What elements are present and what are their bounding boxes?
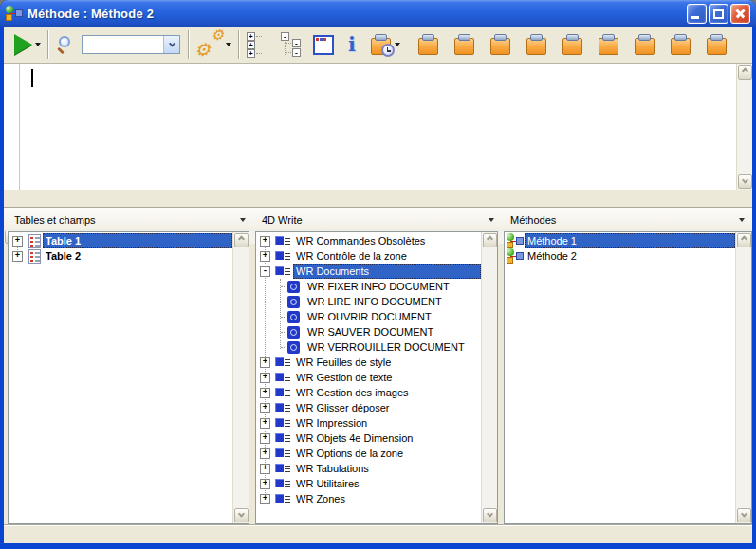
- toolbar-separator: [188, 30, 190, 59]
- expand-toggle[interactable]: +: [12, 251, 23, 262]
- table-row[interactable]: + Table 1: [9, 233, 232, 248]
- command-row[interactable]: WR FIXER INFO DOCUMENT: [256, 279, 481, 294]
- collapse-toggle[interactable]: -: [260, 266, 270, 277]
- code-editor[interactable]: [4, 64, 752, 190]
- macros-dropdown-caret[interactable]: [226, 43, 231, 46]
- scroll-down-button[interactable]: [234, 508, 249, 522]
- write-header-menu-caret[interactable]: [489, 218, 494, 222]
- theme-row[interactable]: + WR Gestion de texte: [256, 370, 481, 385]
- expand-toggle[interactable]: +: [260, 464, 270, 474]
- search-button[interactable]: [53, 29, 78, 60]
- method-label: Méthode 2: [527, 250, 577, 262]
- write-scrollbar[interactable]: [481, 232, 497, 523]
- scroll-down-button[interactable]: [483, 508, 497, 522]
- clipboard-icon: [417, 34, 439, 55]
- clipboard-9-button[interactable]: [703, 29, 730, 60]
- editor-vertical-scrollbar[interactable]: [736, 64, 752, 190]
- form-icon: [313, 35, 334, 55]
- method-window-icon[interactable]: [6, 6, 22, 21]
- theme-row[interactable]: + WR Utilitaires: [256, 476, 481, 491]
- theme-row[interactable]: + WR Glisser déposer: [256, 400, 481, 415]
- scroll-up-button[interactable]: [483, 233, 497, 247]
- expand-toggle[interactable]: +: [260, 448, 270, 459]
- search-combobox[interactable]: [82, 35, 180, 54]
- write-header-label: 4D Write: [262, 214, 303, 226]
- command-icon: [287, 341, 300, 354]
- theme-row[interactable]: + WR Impression: [256, 415, 481, 430]
- command-row[interactable]: WR OUVRIR DOCUMENT: [256, 309, 481, 324]
- expand-toggle[interactable]: +: [260, 373, 270, 383]
- write-panel-header: 4D Write: [255, 208, 502, 232]
- theme-row[interactable]: + WR Zones: [256, 491, 481, 506]
- command-label: WR SAUVER DOCUMENT: [307, 326, 433, 338]
- clipboard-2-button[interactable]: [451, 29, 478, 60]
- run-icon: [14, 34, 32, 55]
- method-icon: [507, 233, 523, 248]
- theme-row[interactable]: + WR Tabulations: [256, 461, 481, 476]
- theme-icon: [275, 417, 291, 429]
- tables-header-label: Tables et champs: [14, 214, 96, 226]
- expand-toggle[interactable]: +: [260, 236, 270, 247]
- expand-toggle[interactable]: +: [260, 433, 270, 444]
- clipboard-8-button[interactable]: [667, 29, 694, 60]
- methods-header-menu-caret[interactable]: [739, 218, 745, 222]
- theme-label: WR Gestion des images: [296, 387, 409, 398]
- clipboard-6-button[interactable]: [595, 29, 622, 60]
- command-label: WR LIRE INFO DOCUMENT: [307, 296, 442, 307]
- scroll-up-button[interactable]: [234, 233, 249, 247]
- expand-toggle[interactable]: +: [260, 251, 270, 262]
- paste-history-caret[interactable]: [395, 43, 400, 46]
- theme-label: WR Contrôle de la zone: [296, 250, 407, 262]
- method-row[interactable]: Méthode 2: [505, 248, 735, 264]
- theme-row[interactable]: - WR Documents: [256, 264, 481, 279]
- command-row[interactable]: WR LIRE INFO DOCUMENT: [256, 294, 481, 309]
- method-label: Méthode 1: [527, 235, 577, 247]
- close-button[interactable]: [730, 4, 750, 24]
- clipboard-4-button[interactable]: [523, 29, 550, 60]
- theme-row[interactable]: + WR Feuilles de style: [256, 355, 481, 370]
- tables-list: + Table 1 + Table 2: [9, 233, 232, 523]
- theme-row[interactable]: + WR Gestion des images: [256, 385, 481, 400]
- write-panel: + WR Commandes Obsolètes + WR Contrôle d…: [255, 231, 498, 524]
- expand-toggle[interactable]: +: [260, 357, 270, 368]
- expand-toggle[interactable]: +: [260, 479, 270, 489]
- theme-row[interactable]: + WR Commandes Obsolètes: [256, 233, 481, 248]
- tables-header-menu-caret[interactable]: [240, 218, 246, 222]
- expand-toggle[interactable]: +: [260, 494, 270, 504]
- clipboard-7-button[interactable]: [631, 29, 658, 60]
- scroll-up-button[interactable]: [738, 65, 752, 80]
- macros-button[interactable]: ⚙⚙: [194, 29, 234, 60]
- clipboard-3-button[interactable]: [487, 29, 514, 60]
- minimize-button[interactable]: [687, 4, 707, 24]
- theme-row[interactable]: + WR Options de la zone: [256, 446, 481, 461]
- collapse-all-button[interactable]: - - -: [278, 29, 306, 60]
- scroll-down-button[interactable]: [737, 508, 751, 522]
- maximize-button[interactable]: [709, 4, 728, 24]
- table-row[interactable]: + Table 2: [9, 248, 232, 264]
- new-form-button[interactable]: [310, 29, 337, 60]
- expand-toggle[interactable]: +: [260, 418, 270, 429]
- run-button[interactable]: [11, 29, 44, 60]
- command-row[interactable]: WR SAUVER DOCUMENT: [256, 324, 481, 339]
- scroll-down-button[interactable]: [738, 174, 752, 189]
- info-button[interactable]: i: [345, 29, 359, 60]
- window-title: Méthode : Méthode 2: [28, 7, 154, 21]
- theme-row[interactable]: + WR Objets 4e Dimension: [256, 430, 481, 446]
- search-input[interactable]: [83, 37, 161, 52]
- paste-history-button[interactable]: [367, 29, 403, 60]
- scroll-up-button[interactable]: [737, 233, 751, 247]
- methods-header-label: Méthodes: [510, 214, 556, 226]
- search-combo-dropdown[interactable]: [163, 36, 179, 53]
- theme-row[interactable]: + WR Contrôle de la zone: [256, 248, 481, 264]
- clipboard-1-button[interactable]: [415, 29, 442, 60]
- method-row[interactable]: Méthode 1: [505, 233, 735, 248]
- clipboard-5-button[interactable]: [559, 29, 586, 60]
- command-row[interactable]: WR VERROUILLER DOCUMENT: [256, 339, 481, 355]
- expand-toggle[interactable]: +: [12, 236, 23, 247]
- run-dropdown-caret[interactable]: [35, 43, 41, 46]
- expand-toggle[interactable]: +: [260, 388, 270, 398]
- tables-scrollbar[interactable]: [232, 232, 249, 523]
- methods-scrollbar[interactable]: [735, 232, 751, 523]
- expand-toggle[interactable]: +: [260, 403, 270, 413]
- expand-all-button[interactable]: + + +: [244, 29, 268, 60]
